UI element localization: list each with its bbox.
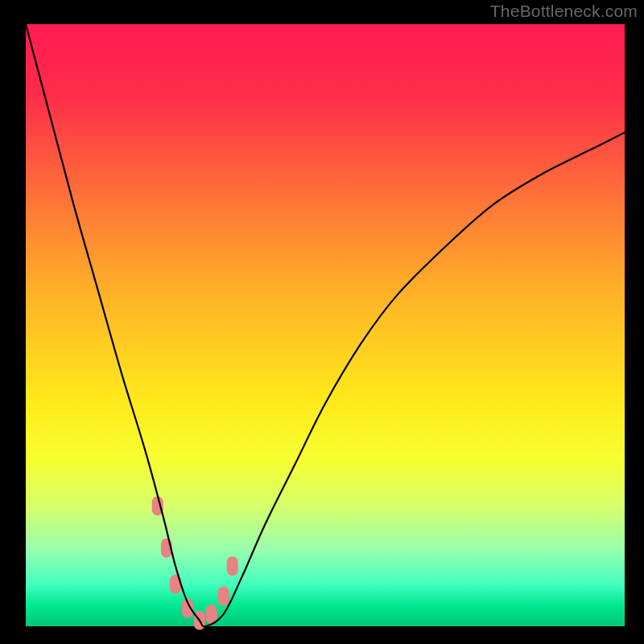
chart-frame: TheBottleneck.com — [0, 0, 644, 644]
marker-point — [227, 556, 238, 576]
bottleneck-chart — [0, 0, 644, 644]
plot-background — [26, 24, 625, 626]
marker-point — [218, 587, 229, 606]
watermark-text: TheBottleneck.com — [490, 2, 638, 21]
